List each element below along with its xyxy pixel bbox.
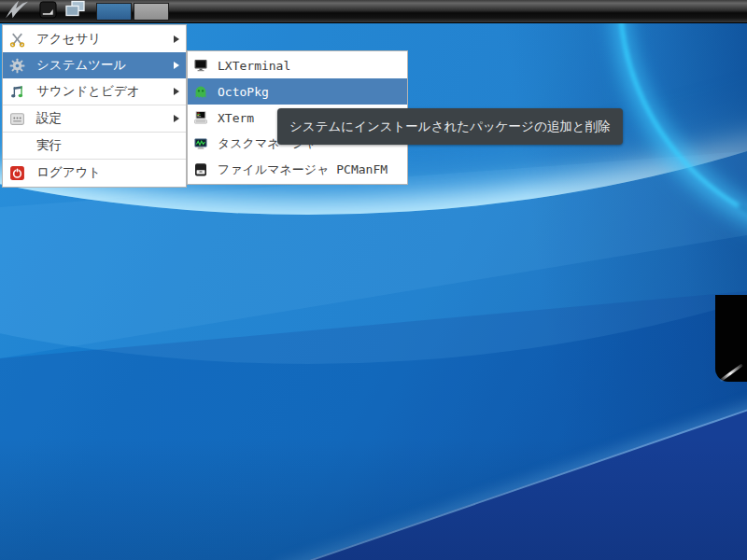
submenu-item-label: LXTerminal — [218, 59, 290, 73]
menu-item-accessories[interactable]: アクセサリ — [3, 26, 186, 52]
menu-item-system-tools[interactable]: システムツール — [3, 52, 186, 78]
submenu-item-octopkg[interactable]: OctoPkg — [188, 78, 407, 105]
scissors-icon — [8, 31, 25, 48]
show-desktop-icon — [39, 1, 57, 22]
empty-icon-space — [8, 137, 25, 154]
task-manager-icon — [193, 135, 208, 152]
submenu-arrow-icon — [174, 62, 179, 69]
menu-item-label: 実行 — [36, 137, 62, 154]
window-pager-icon — [64, 0, 87, 22]
gear-icon — [8, 57, 25, 74]
menu-item-run[interactable]: 実行 — [3, 133, 186, 159]
desktop[interactable]: アクセサリ — [0, 0, 747, 560]
menu-item-label: ログアウト — [36, 164, 101, 181]
menu-item-label: アクセサリ — [36, 31, 101, 48]
file-manager-icon — [193, 161, 208, 178]
xterm-icon — [193, 109, 208, 126]
menu-item-label: サウンドとビデオ — [36, 83, 140, 100]
octopkg-icon — [193, 83, 208, 100]
submenu-arrow-icon — [174, 88, 179, 95]
pager-button[interactable] — [61, 0, 91, 23]
menu-button[interactable] — [0, 0, 35, 23]
tooltip: システムにインストールされたパッケージの追加と削除 — [277, 108, 623, 145]
terminal-icon — [193, 57, 208, 74]
menu-item-settings[interactable]: 設定 — [3, 105, 186, 132]
music-notes-icon — [8, 83, 25, 100]
lxde-logo-icon — [4, 0, 32, 23]
menu-item-label: システムツール — [36, 57, 126, 74]
power-icon — [8, 164, 25, 181]
workspace-1[interactable] — [96, 3, 132, 21]
app-menu: アクセサリ — [2, 24, 187, 188]
submenu-item-label: OctoPkg — [218, 85, 269, 99]
submenu-item-lxterminal[interactable]: LXTerminal — [188, 52, 407, 78]
submenu-item-file-manager[interactable]: ファイルマネージャ PCManFM — [188, 157, 407, 183]
submenu-arrow-icon — [174, 35, 179, 43]
submenu-item-label: XTerm — [218, 111, 254, 125]
menu-item-sound-video[interactable]: サウンドとビデオ — [3, 78, 186, 105]
menu-item-label: 設定 — [36, 110, 62, 127]
submenu-item-label: ファイルマネージャ PCManFM — [218, 161, 388, 178]
menu-item-logout[interactable]: ログアウト — [3, 160, 186, 186]
top-panel — [0, 0, 747, 23]
show-desktop-button[interactable] — [35, 0, 61, 23]
submenu-arrow-icon — [174, 115, 179, 122]
workspace-2[interactable] — [134, 3, 169, 21]
preferences-icon — [8, 110, 25, 127]
desktop-artifact — [715, 295, 747, 382]
